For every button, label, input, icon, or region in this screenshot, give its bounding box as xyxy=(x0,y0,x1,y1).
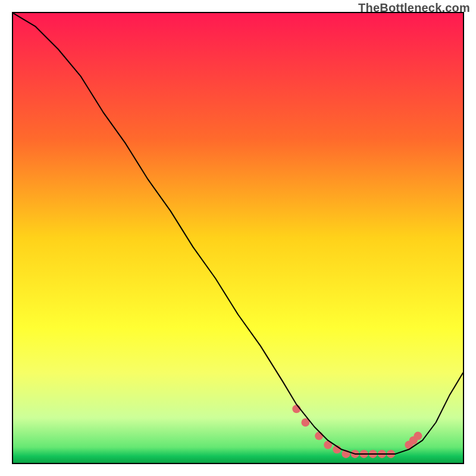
marker-dot xyxy=(414,432,422,440)
plot-area xyxy=(12,12,464,464)
watermark-text: TheBottleneck.com xyxy=(358,1,470,15)
marker-dot xyxy=(315,432,323,440)
chart-frame: TheBottleneck.com xyxy=(0,0,476,476)
gradient-background xyxy=(13,13,463,463)
chart-svg xyxy=(13,13,463,463)
